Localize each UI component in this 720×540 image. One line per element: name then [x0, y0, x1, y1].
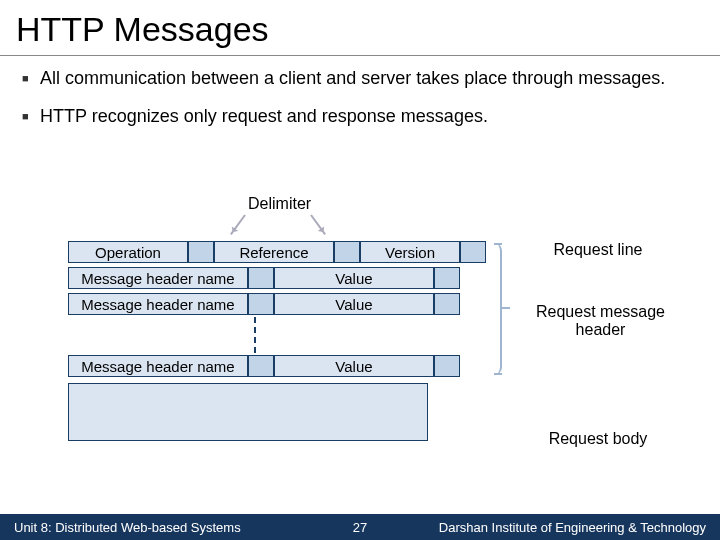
header-value-cell: Value: [274, 293, 434, 315]
brace-icon: [488, 243, 502, 375]
arrow-icon: [310, 214, 326, 235]
request-body-box: [68, 383, 428, 441]
delimiter-cell: [334, 241, 360, 263]
arrow-icon: [230, 214, 246, 235]
request-version-cell: Version: [360, 241, 460, 263]
header-name-cell: Message header name: [68, 293, 248, 315]
footer-page-number: 27: [353, 520, 367, 535]
delimiter-cell: [434, 267, 460, 289]
footer-right: Darshan Institute of Engineering & Techn…: [439, 520, 706, 535]
bullet-item: HTTP recognizes only request and respons…: [40, 104, 692, 128]
label-request-line: Request line: [543, 241, 653, 259]
label-request-header: Request message header: [523, 303, 678, 338]
footer-left: Unit 8: Distributed Web-based Systems: [14, 520, 241, 535]
label-request-body: Request body: [543, 430, 653, 448]
vertical-ellipsis: [254, 317, 256, 353]
delimiter-cell: [434, 293, 460, 315]
slide-footer: Unit 8: Distributed Web-based Systems 27…: [0, 514, 720, 540]
header-name-cell: Message header name: [68, 355, 248, 377]
delimiter-label: Delimiter: [248, 195, 311, 213]
brace-icon: [502, 307, 510, 309]
header-name-cell: Message header name: [68, 267, 248, 289]
delimiter-cell: [248, 293, 274, 315]
request-operation-cell: Operation: [68, 241, 188, 263]
request-reference-cell: Reference: [214, 241, 334, 263]
http-message-diagram: Delimiter Operation Reference Version Me…: [48, 195, 688, 495]
delimiter-cell: [188, 241, 214, 263]
delimiter-cell: [434, 355, 460, 377]
header-value-cell: Value: [274, 355, 434, 377]
delimiter-cell: [248, 355, 274, 377]
header-value-cell: Value: [274, 267, 434, 289]
slide-title: HTTP Messages: [0, 0, 720, 56]
delimiter-cell: [460, 241, 486, 263]
bullet-item: All communication between a client and s…: [40, 66, 692, 90]
bullet-list: All communication between a client and s…: [0, 56, 720, 129]
delimiter-cell: [248, 267, 274, 289]
